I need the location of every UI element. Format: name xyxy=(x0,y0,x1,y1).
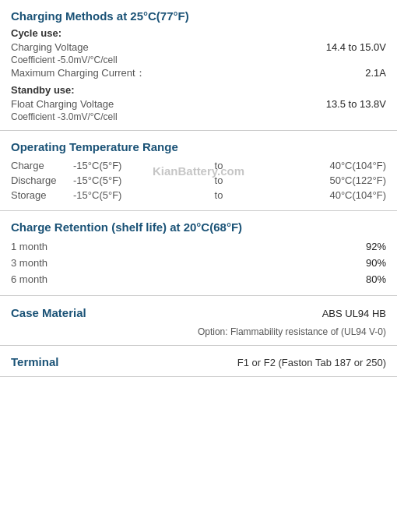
max-charging-row: Maximum Charging Current： 2.1A xyxy=(11,65,386,81)
operating-temp-section: Operating Temperature Range KianBattery.… xyxy=(0,131,397,211)
charging-voltage-label: Charging Voltage xyxy=(11,41,89,53)
charging-voltage-row: Charging Voltage 14.4 to 15.0V xyxy=(11,41,386,54)
temp-table: Charge -15°C(5°F) to 40°C(104°F) Dischar… xyxy=(11,158,386,203)
case-option-text: Option: Flammability resistance of (UL94… xyxy=(11,326,386,337)
table-row: Storage -15°C(5°F) to 40°C(104°F) xyxy=(11,188,386,203)
discharge-to: to xyxy=(207,173,230,188)
charge-to: to xyxy=(207,158,230,173)
discharge-from: -15°C(5°F) xyxy=(73,173,207,188)
case-material-section: Case Material ABS UL94 HB Option: Flamma… xyxy=(0,296,397,346)
storage-value: 40°C(104°F) xyxy=(230,188,386,203)
discharge-value: 50°C(122°F) xyxy=(230,173,386,188)
month1-value: 92% xyxy=(366,241,386,252)
list-item: 1 month 92% xyxy=(11,238,386,255)
max-charging-value: 2.1A xyxy=(365,67,386,79)
cycle-use-label: Cycle use: xyxy=(11,27,386,39)
table-row: Charge -15°C(5°F) to 40°C(104°F) xyxy=(11,158,386,173)
float-voltage-row: Float Charging Voltage 13.5 to 13.8V xyxy=(11,97,386,111)
month1-label: 1 month xyxy=(11,241,47,252)
coefficient2-label: Coefficient -3.0mV/°C/cell xyxy=(11,111,386,122)
month6-label: 6 month xyxy=(11,273,47,285)
float-voltage-value: 13.5 to 13.8V xyxy=(326,98,386,110)
month6-value: 80% xyxy=(366,273,386,285)
terminal-title: Terminal xyxy=(11,355,58,368)
coefficient1-label: Coefficient -5.0mV/°C/cell xyxy=(11,55,386,65)
standby-use-label: Standby use: xyxy=(11,84,386,96)
case-material-value: ABS UL94 HB xyxy=(322,308,386,319)
month3-value: 90% xyxy=(366,257,386,269)
terminal-value: F1 or F2 (Faston Tab 187 or 250) xyxy=(237,357,386,368)
charge-value: 40°C(104°F) xyxy=(230,158,386,173)
charging-methods-title: Charging Methods at 25°C(77°F) xyxy=(11,9,386,23)
charging-methods-section: Charging Methods at 25°C(77°F) Cycle use… xyxy=(0,0,397,131)
terminal-section: Terminal F1 or F2 (Faston Tab 187 or 250… xyxy=(0,346,397,377)
list-item: 3 month 90% xyxy=(11,255,386,271)
charge-retention-section: Charge Retention (shelf life) at 20°C(68… xyxy=(0,211,397,296)
terminal-row: Terminal F1 or F2 (Faston Tab 187 or 250… xyxy=(11,355,386,368)
discharge-label: Discharge xyxy=(11,173,73,188)
charge-retention-title: Charge Retention (shelf life) at 20°C(68… xyxy=(11,220,386,234)
charge-from: -15°C(5°F) xyxy=(73,158,207,173)
main-container: Charging Methods at 25°C(77°F) Cycle use… xyxy=(0,0,397,377)
operating-temp-title: Operating Temperature Range xyxy=(11,140,386,153)
storage-label: Storage xyxy=(11,188,73,203)
storage-to: to xyxy=(207,188,230,203)
storage-from: -15°C(5°F) xyxy=(73,188,207,203)
charge-label: Charge xyxy=(11,158,73,173)
table-row: Discharge -15°C(5°F) to 50°C(122°F) xyxy=(11,173,386,188)
month3-label: 3 month xyxy=(11,257,47,269)
charging-voltage-value: 14.4 to 15.0V xyxy=(326,41,386,53)
case-material-title: Case Material xyxy=(11,306,86,319)
list-item: 6 month 80% xyxy=(11,271,386,287)
max-charging-label: Maximum Charging Current： xyxy=(11,66,146,80)
case-material-row: Case Material ABS UL94 HB xyxy=(11,305,386,325)
float-voltage-label: Float Charging Voltage xyxy=(11,98,114,110)
